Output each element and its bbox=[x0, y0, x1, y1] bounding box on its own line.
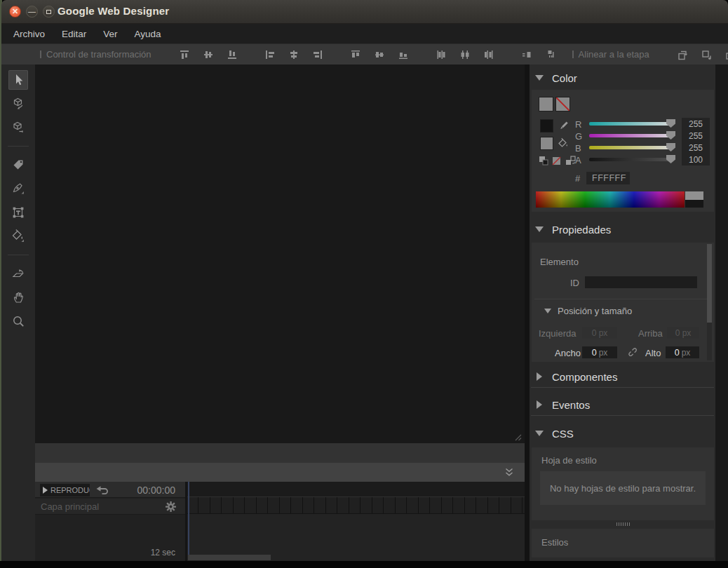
slider-thumb[interactable] bbox=[666, 131, 675, 140]
expand-triangle-icon bbox=[537, 372, 542, 381]
double-chevron-down-icon[interactable] bbox=[504, 467, 515, 478]
tag-tool[interactable] bbox=[8, 155, 28, 175]
paint-bucket-tool[interactable] bbox=[8, 226, 28, 246]
timeline-collapse-bar[interactable] bbox=[35, 463, 525, 482]
distribute-left-icon[interactable] bbox=[436, 49, 447, 60]
channel-slider-b[interactable] bbox=[589, 146, 672, 149]
menu-archivo[interactable]: Archivo bbox=[5, 25, 53, 43]
height-unit: px bbox=[682, 348, 691, 358]
canvas-resize-handle[interactable] bbox=[514, 433, 522, 441]
id-input[interactable] bbox=[585, 276, 697, 288]
components-section-header[interactable]: Componentes bbox=[530, 367, 715, 386]
app-window: ✕ — Google Web Designer Archivo Editar V… bbox=[0, 0, 728, 568]
channel-slider-g[interactable] bbox=[589, 134, 672, 137]
top-input[interactable]: 0 px bbox=[667, 327, 699, 339]
properties-section-header[interactable]: Propiedades bbox=[530, 220, 715, 238]
window-close-button[interactable]: ✕ bbox=[9, 6, 21, 18]
space-vertical-icon[interactable] bbox=[545, 49, 556, 60]
transform-control-checkbox[interactable] bbox=[40, 50, 41, 58]
channel-slider-r[interactable] bbox=[589, 122, 672, 126]
stroke-color-swatch[interactable] bbox=[540, 119, 553, 133]
link-dimensions-icon[interactable] bbox=[626, 345, 638, 358]
spectrum-current-swatch[interactable] bbox=[685, 191, 703, 208]
height-input[interactable]: 0px bbox=[666, 346, 699, 358]
timeline-track-area[interactable] bbox=[187, 482, 525, 561]
stroke-pencil-icon[interactable] bbox=[558, 119, 570, 132]
align-center-horizontal-icon[interactable] bbox=[203, 49, 214, 60]
color-spectrum-bar[interactable] bbox=[536, 191, 685, 208]
fill-bucket-icon[interactable] bbox=[557, 137, 570, 150]
align-right-icon[interactable] bbox=[312, 49, 323, 60]
align-to-stage-checkbox[interactable] bbox=[572, 50, 574, 58]
distribute-bottom-icon[interactable] bbox=[398, 49, 409, 60]
distribute-center-horizontal-icon[interactable] bbox=[374, 49, 385, 60]
pen-tool[interactable] bbox=[8, 179, 28, 198]
align-center-vertical-icon[interactable] bbox=[288, 49, 299, 60]
channel-slider-a[interactable] bbox=[589, 158, 672, 161]
timeline-playhead[interactable] bbox=[188, 482, 189, 555]
timeline-frames-row[interactable] bbox=[187, 496, 525, 514]
color-preview-swatch[interactable] bbox=[539, 97, 553, 111]
play-button[interactable]: REPRODUCIR bbox=[40, 484, 90, 496]
timeline-layer-row[interactable]: Capa principal bbox=[35, 499, 185, 515]
distribute-right-icon[interactable] bbox=[483, 49, 494, 60]
stage-rotate-3d-tool[interactable] bbox=[8, 264, 28, 283]
swap-order-icon[interactable] bbox=[724, 49, 728, 60]
hand-tool[interactable] bbox=[8, 288, 28, 307]
hex-color-input[interactable]: FFFFFF bbox=[586, 172, 630, 184]
left-input[interactable]: 0 px bbox=[582, 327, 617, 339]
top-label: Arriba bbox=[638, 328, 663, 339]
align-left-icon[interactable] bbox=[264, 49, 276, 60]
right-panel-scroll-zone[interactable] bbox=[715, 65, 728, 561]
timecode: 00:00:00 bbox=[137, 485, 176, 496]
align-bottom-icon[interactable] bbox=[227, 49, 238, 60]
zoom-tool[interactable] bbox=[8, 311, 28, 331]
rotate-ccw-icon[interactable] bbox=[701, 49, 712, 60]
window-maximize-button[interactable] bbox=[43, 6, 55, 18]
distribute-top-icon[interactable] bbox=[350, 49, 361, 60]
default-colors-icon[interactable] bbox=[539, 156, 549, 165]
components-section-title: Componentes bbox=[552, 371, 617, 383]
stage-canvas[interactable] bbox=[35, 65, 525, 443]
menu-editar[interactable]: Editar bbox=[53, 25, 95, 43]
fill-color-swatch[interactable] bbox=[540, 137, 553, 150]
position-size-header[interactable]: Posición y tamaño bbox=[544, 306, 632, 316]
right-panel-gap bbox=[525, 65, 530, 561]
channel-value-r[interactable]: 255 bbox=[682, 118, 710, 130]
panel-resize-grip[interactable] bbox=[616, 522, 631, 526]
color-section-header[interactable]: Color bbox=[530, 69, 715, 87]
layer-settings-gear-icon[interactable] bbox=[165, 501, 177, 513]
object-translate-3d-tool[interactable] bbox=[8, 118, 28, 137]
menu-ayuda[interactable]: Ayuda bbox=[126, 25, 170, 43]
space-horizontal-icon[interactable] bbox=[521, 49, 532, 60]
channel-row-g: G 255 bbox=[575, 131, 714, 141]
height-label: Alto bbox=[645, 348, 661, 358]
properties-scrollbar-thumb[interactable] bbox=[707, 244, 712, 323]
text-tool[interactable] bbox=[8, 203, 28, 222]
channel-value-g[interactable]: 255 bbox=[682, 130, 710, 142]
loop-playback-icon[interactable] bbox=[95, 485, 109, 496]
window-minimize-button[interactable]: — bbox=[26, 6, 38, 18]
align-top-icon[interactable] bbox=[179, 49, 190, 60]
expand-triangle-icon bbox=[537, 400, 542, 409]
timeline-horizontal-scrollbar[interactable] bbox=[188, 555, 271, 560]
object-rotate-3d-tool[interactable] bbox=[8, 94, 28, 114]
no-color-mini-icon[interactable] bbox=[552, 156, 562, 165]
events-section-header[interactable]: Eventos bbox=[530, 395, 715, 414]
no-color-swatch[interactable] bbox=[555, 97, 570, 111]
width-input[interactable]: 0px bbox=[582, 346, 617, 358]
properties-scrollbar-track[interactable] bbox=[707, 244, 712, 360]
channel-value-a[interactable]: 100 bbox=[682, 154, 710, 165]
slider-thumb[interactable] bbox=[666, 119, 675, 128]
distribute-center-vertical-icon[interactable] bbox=[459, 49, 471, 60]
css-section-header[interactable]: CSS bbox=[530, 424, 715, 442]
selection-arrow-icon bbox=[11, 73, 25, 87]
selection-tool[interactable] bbox=[8, 70, 28, 90]
slider-thumb[interactable] bbox=[666, 143, 675, 151]
menu-ver[interactable]: Ver bbox=[95, 25, 126, 43]
slider-thumb[interactable] bbox=[666, 155, 675, 163]
collapse-triangle-icon bbox=[544, 309, 551, 313]
timeline-ruler[interactable] bbox=[187, 482, 525, 496]
rotate-cw-icon[interactable] bbox=[677, 49, 688, 60]
channel-value-b[interactable]: 255 bbox=[682, 142, 710, 154]
